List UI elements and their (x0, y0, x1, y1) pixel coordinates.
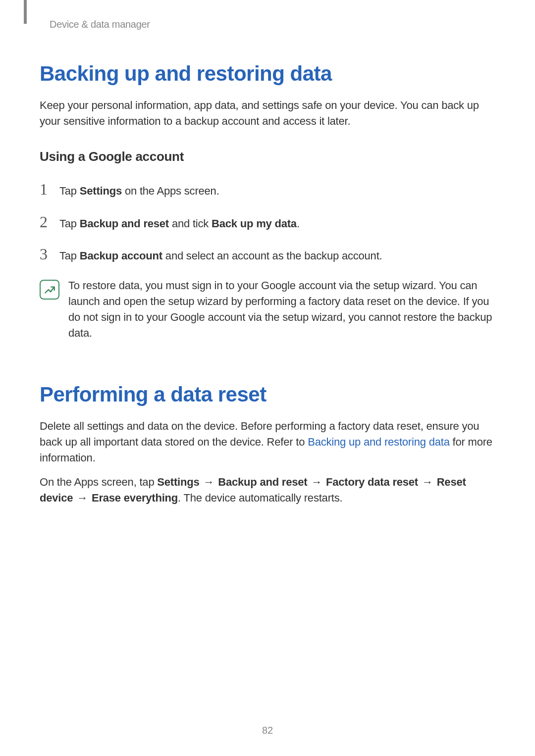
breadcrumb: Device & data manager (50, 19, 495, 30)
link-backing-up[interactable]: Backing up and restoring data (308, 436, 450, 448)
note-callout: To restore data, you must sign in to you… (40, 278, 495, 341)
step-text: Tap Backup and reset and tick Back up my… (59, 216, 300, 232)
note-icon (40, 280, 59, 300)
step-number: 2 (40, 213, 59, 231)
step-2: 2 Tap Backup and reset and tick Back up … (40, 213, 495, 232)
page-number: 82 (0, 725, 535, 736)
step-1: 1 Tap Settings on the Apps screen. (40, 180, 495, 199)
reset-path-text: On the Apps screen, tap Settings → Backu… (40, 474, 495, 506)
google-account-subheading: Using a Google account (40, 149, 495, 164)
step-3: 3 Tap Backup account and select an accou… (40, 245, 495, 264)
section-title-backup: Backing up and restoring data (40, 62, 495, 86)
note-text: To restore data, you must sign in to you… (68, 278, 495, 341)
backup-intro-text: Keep your personal information, app data… (40, 98, 495, 129)
step-number: 3 (40, 245, 59, 263)
reset-intro-text: Delete all settings and data on the devi… (40, 418, 495, 466)
step-text: Tap Backup account and select an account… (59, 249, 382, 264)
step-number: 1 (40, 180, 59, 199)
section-title-reset: Performing a data reset (40, 383, 495, 406)
steps-list: 1 Tap Settings on the Apps screen. 2 Tap… (40, 180, 495, 264)
header-accent-bar (24, 0, 27, 24)
step-text: Tap Settings on the Apps screen. (59, 184, 219, 199)
